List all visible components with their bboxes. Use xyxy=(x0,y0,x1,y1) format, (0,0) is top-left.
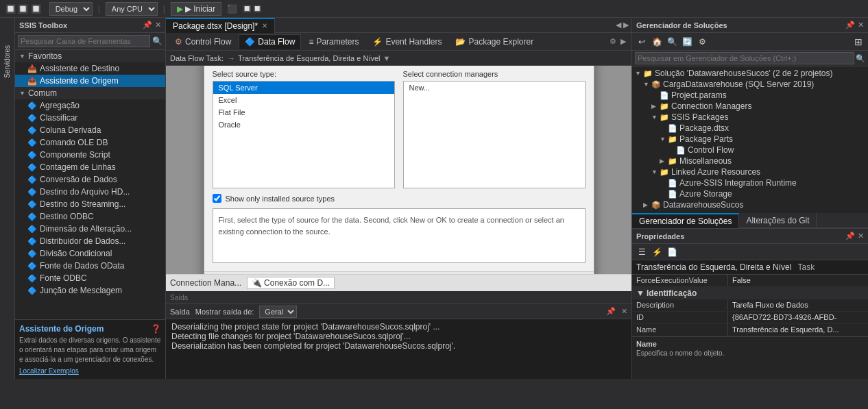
tree-item-pkg-parts[interactable]: ▼ 📁 Package Parts xyxy=(632,134,868,145)
item-label: Miscellaneous xyxy=(679,156,732,166)
debug-select[interactable]: Debug xyxy=(49,2,93,16)
find-examples-link[interactable]: Localizar Exemplos xyxy=(19,367,79,375)
toolbox-group-comum[interactable]: ▼ Comum xyxy=(15,87,165,99)
toolbox-group-favorites[interactable]: ▼ Favoritos xyxy=(15,50,165,62)
nav-icon[interactable]: ▶ xyxy=(623,21,629,29)
arrow-icon[interactable]: ▶ xyxy=(620,37,626,46)
file-icon: 📄 xyxy=(668,179,677,188)
source-type-item-sql[interactable]: SQL Server xyxy=(213,82,394,94)
props-row: ForceExecutionValue False xyxy=(632,275,868,287)
toolbar-icons: 🔲 🔲 🔲 xyxy=(5,4,41,14)
toolbox-item[interactable]: 🔷Destino do Streaming... xyxy=(15,198,165,210)
props-btn-sort[interactable]: ⚡ xyxy=(650,245,664,259)
package-tab[interactable]: Package.dtsx [Design]* ✕ xyxy=(166,18,275,33)
item-icon: 🔷 xyxy=(27,163,37,172)
toolbox-item[interactable]: 🔷Fonte de Dados OData xyxy=(15,260,165,272)
toolbox-item[interactable]: 🔷Coluna Derivada xyxy=(15,124,165,136)
output-pin-icon[interactable]: 📌 xyxy=(606,307,616,316)
item-icon: 🔷 xyxy=(27,249,37,258)
sol-btn-2[interactable]: 🏠 xyxy=(650,35,664,49)
output-source-select[interactable]: Geral xyxy=(259,306,297,318)
toolbox-search: 🔍 xyxy=(15,33,165,50)
solution-search-input[interactable] xyxy=(635,52,854,64)
start-button[interactable]: ▶ ▶ Iniciar xyxy=(171,2,221,16)
close-icon[interactable]: ✕ xyxy=(155,21,161,29)
tree-item-package-dtsx[interactable]: 📄 Package.dtsx xyxy=(632,123,868,134)
toolbox-search-input[interactable] xyxy=(18,35,150,47)
tree-item-conn-mgrs[interactable]: ▶ 📁 Connection Managers xyxy=(632,101,868,112)
toolbox-item[interactable]: 🔷Dimensão de Alteração... xyxy=(15,223,165,235)
solution-root-item[interactable]: ▼ 📁 Solução 'DatawarehouseSucos' (2 de 2… xyxy=(632,68,868,79)
toolbox-item[interactable]: 🔷Agregação xyxy=(15,99,165,112)
item-icon: 🔷 xyxy=(27,188,37,197)
sol-btn-pin[interactable]: ⊞ xyxy=(852,35,865,49)
source-type-item-excel[interactable]: Excel xyxy=(213,94,394,106)
item-label: Azure-SSIS Integration Runtime xyxy=(679,178,797,188)
item-label: Fonte ODBC xyxy=(40,273,87,283)
sol-btn-5[interactable]: ⚙ xyxy=(695,35,709,49)
pin-icon[interactable]: 📌 xyxy=(845,21,855,29)
toolbox-info-title: Assistente de Origem ❓ xyxy=(19,324,161,334)
toolbox-item[interactable]: 🔷Comando OLE DB xyxy=(15,136,165,149)
settings-icon[interactable]: ⚙ xyxy=(610,37,616,46)
package-tab-close-icon[interactable]: ✕ xyxy=(262,22,267,29)
toolbox-item[interactable]: 🔷Destino ODBC xyxy=(15,210,165,223)
tab-event-handlers[interactable]: ⚡ Event Handlers xyxy=(366,34,448,49)
close-icon[interactable]: ✕ xyxy=(858,232,864,240)
toolbox-item[interactable]: 🔷Conversão de Dados xyxy=(15,173,165,186)
control-flow-label: Control Flow xyxy=(185,37,231,47)
toolbox-item[interactable]: 🔷Destino do Arquivo HD... xyxy=(15,186,165,198)
props-content: ForceExecutionValue False ▼ Identificaçã… xyxy=(632,275,868,379)
tree-item-control-flow[interactable]: 📄 Control Flow xyxy=(632,145,868,156)
toolbox-item[interactable]: 🔷Divisão Condicional xyxy=(15,247,165,260)
toolbox-item[interactable]: 🔷Junção de Mesclagem xyxy=(15,284,165,297)
source-type-item-flatfile[interactable]: Flat File xyxy=(213,106,394,119)
tab-data-flow[interactable]: 🔷 Data Flow xyxy=(239,34,301,49)
toolbox-item[interactable]: 🔷Distribuidor de Dados... xyxy=(15,235,165,247)
nav-icon[interactable]: ◀ xyxy=(616,21,621,29)
tab-parameters[interactable]: ≡ Parameters xyxy=(302,34,365,49)
toolbox-item[interactable]: 🔷Classificar xyxy=(15,112,165,124)
output-line-2: Detecting file changes for project 'Data… xyxy=(171,332,626,341)
tree-item-azure-ssis[interactable]: 📄 Azure-SSIS Integration Runtime xyxy=(632,177,868,188)
tree-item-misc[interactable]: ▶ 📁 Miscellaneous xyxy=(632,156,868,166)
connection-managers-list[interactable]: New... xyxy=(403,81,586,188)
props-btn-page[interactable]: 📄 xyxy=(665,245,679,259)
project-root-item[interactable]: ▼ 📦 CargaDatawarehouse (SQL Server 2019) xyxy=(632,79,868,90)
show-installed-checkbox[interactable] xyxy=(213,194,221,203)
task-expand-icon[interactable]: ▼ xyxy=(383,54,391,62)
toolbox-item-destino[interactable]: 📥 Assistente de Destino xyxy=(15,62,165,75)
conn-item[interactable]: 🔌 Conexão com D... xyxy=(247,277,335,289)
props-row: Description Tarefa Fluxo de Dados xyxy=(632,299,868,312)
tree-item-ssis-pkgs[interactable]: ▼ 📁 SSIS Packages xyxy=(632,112,868,123)
pin-icon[interactable]: 📌 xyxy=(143,21,152,29)
expand-arrow-icon: ▼ xyxy=(19,53,25,60)
sol-btn-1[interactable]: ↩ xyxy=(635,35,649,49)
tree-item-linked-azure[interactable]: ▼ 📁 Linked Azure Resources xyxy=(632,166,868,177)
tree-item-params[interactable]: 📄 Project.params xyxy=(632,90,868,101)
tree-item-dwsucos[interactable]: ▶ 📦 DatawarehouseSucos xyxy=(632,199,868,210)
solution-search-icon[interactable]: 🔍 xyxy=(856,54,865,63)
tab-control-flow[interactable]: ⚙ Control Flow xyxy=(169,34,237,49)
tab-gerenciador[interactable]: Gerenciador de Soluções xyxy=(632,213,739,228)
tab-package-explorer[interactable]: 📂 Package Explorer xyxy=(449,34,540,49)
props-section-identificacao[interactable]: ▼ Identificação xyxy=(632,287,868,299)
output-arrow-icon[interactable]: ✕ xyxy=(621,307,627,316)
toolbox-item[interactable]: 🔷Componente Script xyxy=(15,149,165,161)
source-type-item-oracle[interactable]: Oracle xyxy=(213,119,394,131)
props-btn-categories[interactable]: ☰ xyxy=(635,245,649,259)
toolbox-item[interactable]: 🔷Contagem de Linhas xyxy=(15,161,165,173)
toolbox-item[interactable]: 🔷Fonte ODBC xyxy=(15,272,165,284)
toolbox-item-origem[interactable]: 📤 Assistente de Origem xyxy=(15,75,165,87)
close-icon[interactable]: ✕ xyxy=(858,21,864,29)
source-type-list[interactable]: SQL Server Excel Flat File Oracle xyxy=(213,81,395,188)
sol-btn-3[interactable]: 🔍 xyxy=(665,35,679,49)
tab-git[interactable]: Alterações do Git xyxy=(739,213,817,228)
connection-new-item[interactable]: New... xyxy=(404,82,585,94)
sol-btn-4[interactable]: 🔄 xyxy=(680,35,694,49)
tree-item-azure-storage[interactable]: 📄 Azure Storage xyxy=(632,188,868,199)
package-explorer-icon: 📂 xyxy=(455,37,466,47)
pin-icon[interactable]: 📌 xyxy=(845,232,855,240)
cpu-select[interactable]: Any CPU xyxy=(106,2,158,16)
help-icon[interactable]: ❓ xyxy=(151,324,161,334)
